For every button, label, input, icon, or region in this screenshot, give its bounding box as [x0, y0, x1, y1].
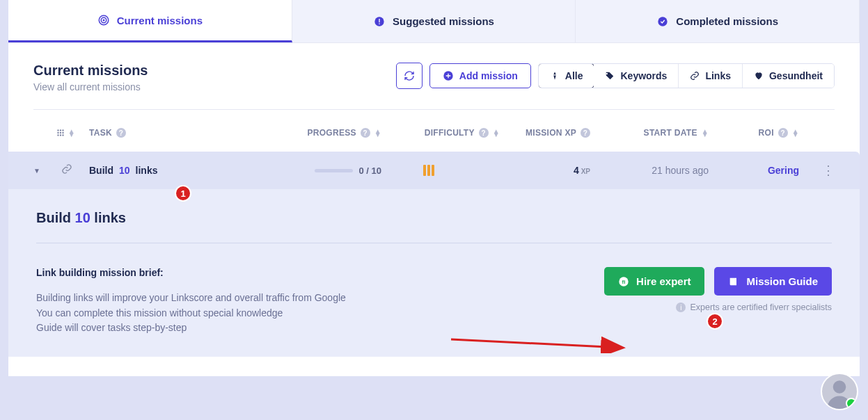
grip-icon [56, 128, 65, 138]
experts-note-text: Experts are certified fiverr specialists [690, 302, 832, 312]
svg-point-15 [60, 134, 61, 136]
task-prefix: Build [89, 165, 113, 176]
task-suffix: links [136, 165, 158, 176]
svg-point-14 [57, 134, 58, 136]
progress-bar [315, 169, 353, 172]
brief-heading: Link building mission brief: [36, 267, 346, 278]
svg-point-11 [57, 132, 58, 134]
svg-point-8 [57, 129, 58, 131]
col-xp[interactable]: MISSION XP ? [500, 128, 590, 138]
add-mission-button[interactable]: Add mission [429, 63, 531, 88]
help-icon: ? [361, 128, 370, 138]
experts-note: i Experts are certified fiverr specialis… [676, 302, 832, 312]
col-label: DIFFICULTY [425, 128, 475, 138]
brief-line: You can complete this mission without sp… [36, 306, 346, 321]
annotation-badge-2: 2 [707, 313, 723, 330]
help-icon: ? [581, 128, 590, 138]
tab-suggested-missions[interactable]: Suggested missions [292, 0, 576, 42]
filter-keywords[interactable]: Keywords [594, 64, 679, 88]
svg-point-16 [62, 134, 63, 136]
filter-health[interactable]: Gesundheit [743, 64, 834, 88]
tabs-row: Current missions Suggested missions Comp… [8, 0, 860, 43]
filter-alle[interactable]: Alle [538, 63, 595, 88]
progress-value: 0 / 10 [358, 165, 381, 176]
row-xp: 4 XP [500, 165, 590, 176]
heart-icon [754, 71, 764, 81]
svg-point-9 [60, 129, 61, 131]
svg-point-10 [62, 129, 63, 131]
tag-icon [605, 71, 615, 81]
table-row[interactable]: ▼ Build 10 links 0 / 10 4 XP 21 hours ag… [8, 152, 860, 189]
col-label: START DATE [644, 128, 697, 138]
filter-label: Links [705, 70, 731, 81]
book-icon [728, 276, 739, 287]
brief-line: Building links will improve your Linksco… [36, 291, 346, 306]
col-task[interactable]: TASK ? [89, 128, 291, 138]
tab-completed-missions[interactable]: Completed missions [576, 0, 860, 42]
content: Current missions View all current missio… [8, 43, 860, 376]
detail-prefix: Build [36, 210, 75, 225]
row-difficulty [381, 165, 500, 176]
row-progress: 0 / 10 [291, 165, 381, 176]
tab-label: Current missions [117, 15, 203, 26]
svg-point-13 [62, 132, 63, 134]
header-actions: Add mission Alle Keywords Links [396, 63, 835, 89]
filter-label: Keywords [620, 70, 667, 81]
tab-current-missions[interactable]: Current missions [8, 0, 292, 42]
row-roi: Gering [709, 165, 799, 176]
row-menu-button[interactable]: ⋮ [799, 163, 835, 178]
expand-toggle[interactable]: ▼ [33, 167, 61, 175]
brief-line: Guide will cover tasks step-by-step [36, 321, 346, 336]
task-num: 10 [119, 165, 130, 176]
info-icon: i [676, 302, 686, 312]
avatar[interactable] [821, 373, 858, 410]
mission-guide-button[interactable]: Mission Guide [714, 267, 832, 296]
check-circle-icon [656, 15, 669, 28]
hire-label: Hire expert [636, 275, 691, 287]
mission-detail-panel: Build 10 links Link building mission bri… [8, 189, 860, 357]
add-mission-label: Add mission [459, 70, 518, 81]
rocket-icon [550, 71, 560, 81]
svg-rect-5 [379, 23, 379, 24]
filter-label: Alle [565, 70, 583, 81]
row-task-name: Build 10 links [89, 165, 291, 176]
hire-expert-button[interactable]: fi Hire expert [604, 267, 704, 296]
filter-label: Gesundheit [769, 70, 823, 81]
main-panel: Current missions Suggested missions Comp… [8, 0, 860, 376]
col-label: PROGRESS [307, 128, 356, 138]
col-difficulty[interactable]: DIFFICULTY ? ▲▼ [381, 128, 500, 138]
sort-icon: ▲▼ [702, 129, 709, 136]
svg-rect-4 [379, 19, 379, 22]
link-icon [61, 163, 89, 177]
col-date[interactable]: START DATE ▲▼ [590, 128, 709, 138]
sort-icon: ▲▼ [792, 129, 799, 136]
header-left: Current missions View all current missio… [33, 63, 148, 92]
brief-right: fi Hire expert Mission Guide i Experts a… [604, 267, 832, 312]
row-date: 21 hours ago [590, 165, 709, 176]
sort-icon: ▲▼ [493, 129, 500, 136]
col-label: ROI [759, 128, 774, 138]
filter-links[interactable]: Links [679, 64, 743, 88]
refresh-button[interactable] [396, 63, 423, 89]
tab-label: Suggested missions [393, 15, 494, 27]
svg-text:fi: fi [622, 278, 626, 284]
page-subtitle: View all current missions [33, 81, 148, 92]
col-progress[interactable]: PROGRESS ? ▲▼ [291, 128, 381, 138]
svg-point-2 [103, 19, 104, 21]
header-row: Current missions View all current missio… [33, 63, 835, 110]
svg-point-20 [833, 380, 846, 394]
brief-left: Link building mission brief: Building li… [36, 267, 346, 336]
xp-unit: XP [579, 168, 590, 175]
detail-suffix: links [90, 210, 126, 225]
filter-group: Alle Keywords Links Gesundheit [538, 63, 835, 88]
annotation-badge-1: 1 [175, 185, 191, 202]
xp-value: 4 [574, 165, 579, 176]
col-roi[interactable]: ROI ? ▲▼ [709, 128, 799, 138]
target-icon [97, 14, 110, 26]
table-header: ▲▼ TASK ? PROGRESS ? ▲▼ DIFFICULTY ? ▲▼ … [33, 110, 835, 152]
link-icon [690, 71, 700, 81]
help-icon: ? [116, 128, 126, 138]
plus-circle-icon [443, 70, 454, 81]
col-handle[interactable]: ▲▼ [33, 128, 89, 138]
brief-text: Building links will improve your Linksco… [36, 291, 346, 336]
